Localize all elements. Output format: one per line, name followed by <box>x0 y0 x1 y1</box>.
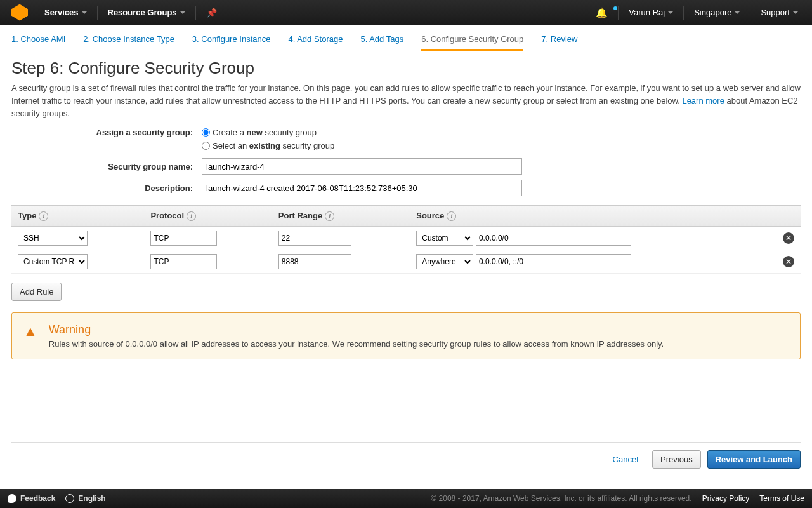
nav-support[interactable]: Support <box>753 8 806 17</box>
cancel-button[interactable]: Cancel <box>605 450 646 469</box>
rule-source-input[interactable] <box>476 231 631 246</box>
table-row: Custom TCP Rule Anywhere ✕ <box>11 250 801 274</box>
sg-description-label: Description: <box>11 184 202 193</box>
aws-logo-icon[interactable] <box>11 4 28 21</box>
nav-resource-groups[interactable]: Resource Groups <box>100 8 193 17</box>
wizard-tabs: 1. Choose AMI 2. Choose Instance Type 3.… <box>0 25 812 51</box>
rules-table: Typei Protocoli Port Rangei Sourcei SSH … <box>11 205 801 274</box>
tab-add-tags[interactable]: 5. Add Tags <box>360 34 403 51</box>
col-type: Typei <box>11 206 144 227</box>
rule-source-input[interactable] <box>476 254 631 269</box>
info-icon[interactable]: i <box>39 211 48 221</box>
divider <box>195 6 196 20</box>
divider <box>750 6 750 20</box>
radio-create-new-input[interactable] <box>202 128 210 137</box>
tab-configure-instance[interactable]: 3. Configure Instance <box>192 34 271 51</box>
caret-down-icon <box>180 11 185 14</box>
nav-account-label: Varun Raj <box>629 8 665 17</box>
rule-type-select[interactable]: SSH <box>18 231 88 246</box>
page-title: Step 6: Configure Security Group <box>11 58 801 78</box>
divider <box>97 6 98 20</box>
nav-region-label: Singapore <box>694 8 731 17</box>
info-icon[interactable]: i <box>187 211 196 221</box>
tab-configure-security-group[interactable]: 6. Configure Security Group <box>421 34 523 51</box>
nav-account[interactable]: Varun Raj <box>621 8 681 17</box>
rule-port-input[interactable] <box>278 254 351 269</box>
tab-choose-instance-type[interactable]: 2. Choose Instance Type <box>83 34 174 51</box>
radio-select-existing-text: Select an existing security group <box>213 141 334 150</box>
radio-select-existing-input[interactable] <box>202 142 210 150</box>
rule-source-mode-select[interactable]: Anywhere <box>416 254 473 269</box>
warning-body: Rules with source of 0.0.0.0/0 allow all… <box>49 339 664 349</box>
info-icon[interactable]: i <box>325 211 334 221</box>
nav-services[interactable]: Services <box>37 8 95 17</box>
warning-panel: ▲ Warning Rules with source of 0.0.0.0/0… <box>11 312 801 359</box>
remove-rule-icon[interactable]: ✕ <box>783 256 794 267</box>
caret-down-icon <box>793 11 798 14</box>
tab-review[interactable]: 7. Review <box>541 34 577 51</box>
radio-create-new-text: Create a new security group <box>213 128 317 137</box>
assign-sg-label: Assign a security group: <box>11 128 202 137</box>
rule-port-input[interactable] <box>278 231 351 246</box>
nav-region[interactable]: Singapore <box>686 8 747 17</box>
page-content: Step 6: Configure Security Group A secur… <box>0 51 812 493</box>
table-row: SSH Custom ✕ <box>11 227 801 250</box>
caret-down-icon <box>82 11 87 14</box>
sg-name-label: Security group name: <box>11 162 202 171</box>
caret-down-icon <box>668 11 673 14</box>
tab-choose-ami[interactable]: 1. Choose AMI <box>11 34 65 51</box>
footer-actions: Cancel Previous Review and Launch <box>11 442 801 480</box>
info-icon[interactable]: i <box>447 211 456 221</box>
nav-support-label: Support <box>761 8 790 17</box>
bottom-bar: Feedback English © 2008 - 2017, Amazon W… <box>0 489 812 493</box>
nav-resource-groups-label: Resource Groups <box>108 8 177 17</box>
caret-down-icon <box>735 11 740 14</box>
col-port: Port Rangei <box>272 206 410 227</box>
warning-title: Warning <box>49 323 664 337</box>
remove-rule-icon[interactable]: ✕ <box>783 232 794 244</box>
col-source: Sourcei <box>410 206 776 227</box>
rule-type-select[interactable]: Custom TCP Rule <box>18 254 88 269</box>
sg-description-input[interactable] <box>202 180 522 196</box>
pin-shortcut-icon[interactable]: 📌 <box>199 8 225 18</box>
col-protocol: Protocoli <box>144 206 272 227</box>
add-rule-button[interactable]: Add Rule <box>11 283 62 301</box>
review-and-launch-button[interactable]: Review and Launch <box>707 450 801 469</box>
warning-icon: ▲ <box>23 323 37 349</box>
sg-name-input[interactable] <box>202 158 522 175</box>
nav-services-label: Services <box>44 8 79 17</box>
previous-button[interactable]: Previous <box>652 450 701 469</box>
rule-source-mode-select[interactable]: Custom <box>416 231 473 246</box>
rule-protocol-input[interactable] <box>150 254 217 269</box>
notifications-icon[interactable]: 🔔 <box>588 7 615 18</box>
page-description: A security group is a set of firewall ru… <box>11 82 801 120</box>
divider <box>618 6 619 20</box>
learn-more-link[interactable]: Learn more <box>682 96 724 105</box>
rule-protocol-input[interactable] <box>150 231 217 246</box>
divider <box>683 6 684 20</box>
radio-select-existing[interactable]: Select an existing security group <box>202 141 334 150</box>
tab-add-storage[interactable]: 4. Add Storage <box>288 34 343 51</box>
top-navbar: Services Resource Groups 📌 🔔 Varun Raj S… <box>0 0 812 25</box>
radio-create-new[interactable]: Create a new security group <box>202 128 317 137</box>
